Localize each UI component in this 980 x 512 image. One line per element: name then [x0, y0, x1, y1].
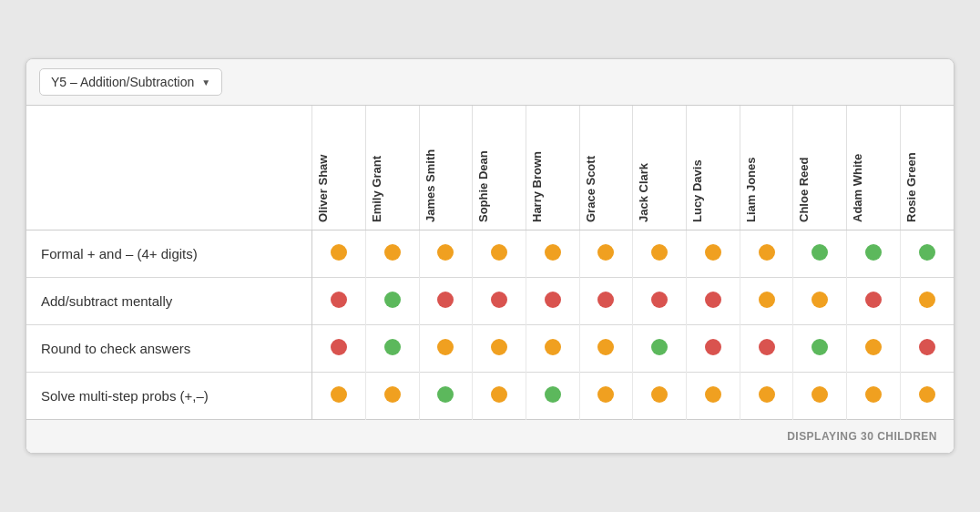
cell-3-6	[633, 373, 687, 420]
dot-green-icon	[919, 244, 935, 261]
dot-red-icon	[651, 292, 668, 308]
student-name-3: Sophie Dean	[476, 113, 490, 222]
cell-2-10	[847, 325, 901, 373]
dot-orange-icon	[545, 339, 561, 355]
cell-1-4	[526, 278, 579, 325]
dot-orange-icon	[437, 339, 454, 355]
cell-3-1	[365, 373, 419, 420]
dot-orange-icon	[597, 244, 614, 261]
dot-red-icon	[865, 292, 882, 308]
student-name-4: Harry Brown	[530, 113, 544, 222]
dot-orange-icon	[812, 292, 828, 308]
cell-2-2	[419, 325, 473, 373]
cell-2-7	[687, 325, 740, 373]
dot-green-icon	[651, 339, 668, 355]
dot-orange-icon	[491, 244, 507, 261]
student-header-8: Liam Jones	[740, 106, 793, 230]
dot-orange-icon	[865, 339, 882, 355]
cell-0-2	[419, 230, 473, 278]
dot-orange-icon	[812, 386, 828, 403]
dot-green-icon	[545, 386, 561, 403]
row-label-0: Formal + and – (4+ digits)	[26, 230, 312, 278]
dot-orange-icon	[597, 386, 614, 403]
student-header-11: Rosie Green	[900, 106, 954, 230]
table-row: Solve multi-step probs (+,–)	[26, 373, 954, 420]
dot-red-icon	[491, 292, 507, 308]
cell-3-11	[900, 373, 954, 420]
row-label-3: Solve multi-step probs (+,–)	[26, 373, 312, 420]
dot-red-icon	[545, 292, 561, 308]
cell-1-11	[900, 278, 954, 325]
cell-3-2	[419, 373, 473, 420]
dot-green-icon	[812, 339, 828, 355]
cell-2-11	[900, 325, 954, 373]
dot-orange-icon	[651, 386, 668, 403]
student-header-0: Oliver Shaw	[312, 106, 366, 230]
student-name-5: Grace Scott	[584, 113, 597, 222]
dot-orange-icon	[919, 292, 935, 308]
cell-2-0	[312, 325, 366, 373]
student-header-6: Jack Clark	[633, 106, 687, 230]
cell-2-6	[633, 325, 687, 373]
dot-green-icon	[384, 339, 401, 355]
dot-orange-icon	[331, 386, 347, 403]
cell-2-4	[526, 325, 579, 373]
dot-orange-icon	[759, 386, 775, 403]
table-row: Add/subtract mentally	[26, 278, 954, 325]
table-row: Formal + and – (4+ digits)	[26, 230, 954, 278]
student-header-3: Sophie Dean	[473, 106, 526, 230]
dot-orange-icon	[759, 244, 775, 261]
row-label-1: Add/subtract mentally	[26, 278, 312, 325]
dot-red-icon	[919, 339, 935, 355]
dot-orange-icon	[384, 386, 401, 403]
cell-1-7	[687, 278, 740, 325]
dot-orange-icon	[491, 386, 507, 403]
student-header-4: Harry Brown	[526, 106, 579, 230]
dot-orange-icon	[705, 386, 721, 403]
header: Y5 – Addition/Subtraction ▼	[26, 59, 954, 106]
dot-orange-icon	[384, 244, 401, 261]
student-name-8: Liam Jones	[744, 113, 758, 222]
cell-2-3	[473, 325, 526, 373]
dropdown-label: Y5 – Addition/Subtraction	[51, 75, 194, 89]
dot-orange-icon	[545, 244, 561, 261]
dot-red-icon	[331, 339, 347, 355]
cell-0-9	[793, 230, 847, 278]
cell-1-0	[312, 278, 366, 325]
footer-text: DISPLAYING 30 CHILDREN	[26, 420, 954, 453]
data-table: Oliver ShawEmily GrantJames SmithSophie …	[26, 106, 954, 453]
cell-3-0	[312, 373, 366, 420]
cell-0-4	[526, 230, 579, 278]
dropdown-arrow-icon: ▼	[201, 77, 210, 87]
dot-red-icon	[597, 292, 614, 308]
cell-3-10	[847, 373, 901, 420]
cell-1-3	[473, 278, 526, 325]
dot-green-icon	[812, 244, 828, 261]
cell-3-7	[687, 373, 740, 420]
cell-2-5	[579, 325, 633, 373]
student-header-1: Emily Grant	[365, 106, 419, 230]
student-name-1: Emily Grant	[370, 113, 383, 222]
cell-1-2	[419, 278, 473, 325]
cell-2-1	[365, 325, 419, 373]
topic-dropdown[interactable]: Y5 – Addition/Subtraction ▼	[39, 68, 222, 96]
dot-orange-icon	[437, 244, 454, 261]
dot-red-icon	[705, 292, 721, 308]
student-name-10: Adam White	[851, 113, 864, 222]
dot-orange-icon	[331, 244, 347, 261]
dot-red-icon	[759, 339, 775, 355]
cell-1-6	[633, 278, 687, 325]
cell-0-0	[312, 230, 366, 278]
student-header-7: Lucy Davis	[687, 106, 740, 230]
dot-red-icon	[331, 292, 347, 308]
student-header-5: Grace Scott	[579, 106, 633, 230]
cell-0-1	[365, 230, 419, 278]
cell-3-9	[793, 373, 847, 420]
dot-orange-icon	[759, 292, 775, 308]
cell-1-9	[793, 278, 847, 325]
cell-3-3	[473, 373, 526, 420]
student-header-10: Adam White	[847, 106, 901, 230]
cell-1-8	[740, 278, 793, 325]
dot-red-icon	[437, 292, 454, 308]
dot-orange-icon	[491, 339, 507, 355]
